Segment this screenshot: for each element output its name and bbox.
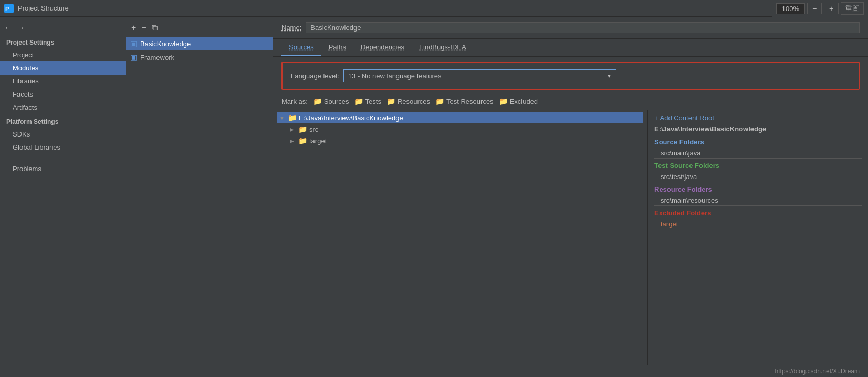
title-controls: 100% − + 重置: [772, 0, 868, 17]
module-icon-framework: ▣: [130, 53, 137, 61]
name-row: Name:: [273, 17, 868, 39]
footer-url: https://blog.csdn.net/XuDream: [775, 368, 860, 375]
tests-folder-icon: 📁: [354, 97, 363, 106]
sidebar-item-sdks[interactable]: SDKs: [0, 128, 126, 141]
module-item-basic-knowledge[interactable]: ▣ BasicKnowledge: [126, 37, 273, 50]
nav-back-button[interactable]: ←: [4, 23, 13, 33]
sidebar-problems-section: Problems: [0, 162, 126, 175]
tree-indent-src: ▶ 📁 src ▶ 📁 target: [277, 123, 643, 146]
name-input[interactable]: [306, 22, 860, 33]
platform-settings-header: Platform Settings: [0, 114, 126, 128]
tree-root-item[interactable]: ▼ 📁 E:\Java\Interview\BasicKnowledge: [277, 112, 643, 123]
excluded-folders-title: Excluded Folders: [654, 209, 862, 217]
mark-test-resources-button[interactable]: 📁 Test Resources: [435, 97, 494, 106]
main-layout: ← → Project Settings Project Modules Lib…: [0, 17, 868, 377]
nav-forward-button[interactable]: →: [17, 23, 25, 33]
mark-as-row: Mark as: 📁 Sources 📁 Tests 📁 Resources 📁…: [273, 95, 868, 110]
resource-folders-item-0: src\main\resources: [654, 195, 862, 206]
tree-src-arrow: ▶: [290, 127, 296, 132]
resource-folders-title: Resource Folders: [654, 185, 862, 193]
module-list: + − ⧉ ▣ BasicKnowledge ▣ Framework: [126, 17, 273, 377]
tree-target-folder-icon: 📁: [298, 137, 307, 145]
mark-sources-button[interactable]: 📁 Sources: [313, 97, 349, 106]
mark-resources-button[interactable]: 📁 Resources: [386, 97, 430, 106]
add-content-root-button[interactable]: + Add Content Root: [654, 114, 862, 122]
sidebar-item-artifacts[interactable]: Artifacts: [0, 101, 126, 114]
tree-target-label: target: [309, 137, 327, 145]
sidebar-item-libraries[interactable]: Libraries: [0, 75, 126, 88]
sidebar-item-problems[interactable]: Problems: [0, 162, 126, 175]
mark-tests-button[interactable]: 📁 Tests: [354, 97, 381, 106]
right-panel: + Add Content Root E:\Java\Interview\Bas…: [647, 110, 868, 365]
language-level-label: Language level:: [291, 72, 339, 80]
add-module-button[interactable]: +: [130, 23, 137, 33]
mark-excluded-button[interactable]: 📁 Excluded: [499, 97, 538, 106]
sidebar-item-project[interactable]: Project: [0, 48, 126, 61]
source-folders-item-0: src\main\java: [654, 148, 862, 159]
tree-root-folder-icon: 📁: [288, 113, 297, 122]
test-resources-folder-icon: 📁: [435, 97, 444, 106]
project-settings-header: Project Settings: [0, 37, 126, 48]
tree-root-label: E:\Java\Interview\BasicKnowledge: [299, 114, 403, 122]
footer: https://blog.csdn.net/XuDream: [273, 365, 868, 377]
source-folders-title: Source Folders: [654, 138, 862, 146]
sidebar-item-facets[interactable]: Facets: [0, 88, 126, 101]
zoom-out-button[interactable]: −: [807, 3, 822, 14]
bottom-area: ▼ 📁 E:\Java\Interview\BasicKnowledge ▶ 📁…: [273, 110, 868, 365]
svg-text:P: P: [5, 6, 9, 12]
sidebar-nav: ← →: [0, 21, 126, 37]
tab-sources[interactable]: Sources: [281, 39, 321, 56]
language-level-row: Language level: 13 - No new language fea…: [281, 62, 860, 90]
sources-folder-icon: 📁: [313, 97, 322, 106]
sidebar: ← → Project Settings Project Modules Lib…: [0, 17, 126, 377]
tree-item-src[interactable]: ▶ 📁 src: [288, 123, 643, 135]
content-area: Name: Sources Paths Dependencies FindBug…: [273, 17, 868, 377]
zoom-reset-button[interactable]: 重置: [841, 2, 864, 15]
file-tree: ▼ 📁 E:\Java\Interview\BasicKnowledge ▶ 📁…: [273, 110, 647, 365]
zoom-in-button[interactable]: +: [824, 3, 839, 14]
name-label: Name:: [281, 24, 301, 32]
mark-as-label: Mark as:: [281, 98, 308, 106]
tree-item-target[interactable]: ▶ 📁 target: [288, 135, 643, 146]
excluded-folder-icon: 📁: [499, 97, 508, 106]
resources-folder-icon: 📁: [386, 97, 395, 106]
zoom-value: 100%: [782, 5, 799, 13]
module-icon-basic-knowledge: ▣: [130, 39, 137, 48]
module-item-framework[interactable]: ▣ Framework: [126, 50, 273, 64]
zoom-control: 100%: [776, 3, 805, 14]
tree-target-arrow: ▶: [290, 138, 296, 144]
window-title: Project Structure: [18, 4, 69, 12]
title-bar: P Project Structure 100% − + 重置: [0, 0, 868, 17]
excluded-folders-item-0: target: [654, 219, 862, 229]
tabs-row: Sources Paths Dependencies FindBugs-IDEA: [273, 39, 868, 57]
tab-paths[interactable]: Paths: [321, 39, 353, 56]
app-logo: P: [4, 4, 14, 13]
language-level-arrow: ▼: [606, 73, 612, 79]
module-toolbar: + − ⧉: [126, 21, 273, 37]
remove-module-button[interactable]: −: [140, 23, 147, 33]
tab-findbugs[interactable]: FindBugs-IDEA: [412, 39, 474, 56]
copy-module-button[interactable]: ⧉: [151, 23, 159, 33]
sidebar-item-global-libraries[interactable]: Global Libraries: [0, 141, 126, 154]
right-panel-root-path: E:\Java\Interview\BasicKnowledge: [654, 125, 862, 133]
tree-src-folder-icon: 📁: [298, 125, 307, 133]
tree-root-arrow: ▼: [279, 115, 286, 121]
tree-src-label: src: [309, 125, 318, 133]
test-source-folders-title: Test Source Folders: [654, 162, 862, 170]
language-level-select[interactable]: 13 - No new language features ▼: [343, 69, 616, 82]
sidebar-item-modules[interactable]: Modules: [0, 61, 126, 75]
tab-dependencies[interactable]: Dependencies: [353, 39, 412, 56]
test-source-folders-item-0: src\test\java: [654, 172, 862, 182]
